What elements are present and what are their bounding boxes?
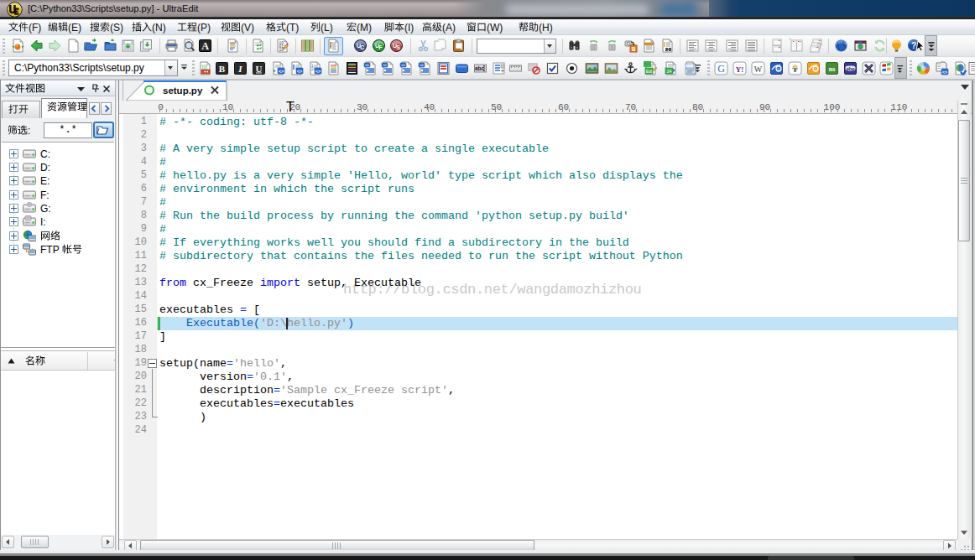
svg-text:F: F xyxy=(378,44,383,50)
svg-text:G: G xyxy=(717,63,725,75)
svg-text:<>: <> xyxy=(420,63,424,67)
svg-text:abc: abc xyxy=(474,65,484,71)
svg-text:I: I xyxy=(237,63,242,73)
svg-text:S: S xyxy=(396,44,400,50)
svg-text:<>: <> xyxy=(296,68,301,73)
svg-text:24: 24 xyxy=(666,68,671,73)
svg-text:<>: <> xyxy=(315,68,320,73)
svg-text:B: B xyxy=(631,45,635,51)
svg-text:<>: <> xyxy=(365,63,369,67)
svg-text:ns: ns xyxy=(828,65,835,73)
svg-text:A: A xyxy=(201,40,209,52)
svg-text:Edt: Edt xyxy=(645,68,652,73)
svg-text:D: D xyxy=(777,67,779,71)
svg-text:C: C xyxy=(359,44,363,50)
svg-text:U: U xyxy=(255,63,262,73)
svg-text:B: B xyxy=(218,63,225,73)
svg-text:<>: <> xyxy=(278,68,283,73)
svg-text:php: php xyxy=(846,65,855,70)
svg-text:10: 10 xyxy=(279,48,284,52)
svg-text:W: W xyxy=(753,64,762,73)
svg-text:Y!: Y! xyxy=(735,65,743,73)
svg-text:<>: <> xyxy=(401,63,405,67)
svg-text:<>: <> xyxy=(383,63,387,67)
svg-text:<>: <> xyxy=(941,69,946,74)
